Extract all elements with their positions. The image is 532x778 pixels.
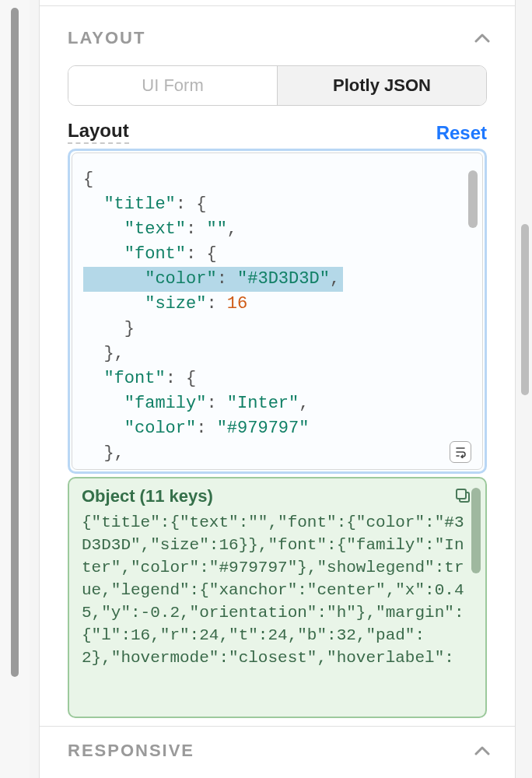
object-preview-body[interactable]: {"title":{"text":"","font":{"color":"#3D… — [82, 511, 473, 669]
chevron-up-icon[interactable] — [474, 745, 493, 756]
code-token: "family" — [124, 394, 207, 413]
layout-field-row: Layout Reset — [68, 120, 487, 144]
code-token: : { — [176, 194, 207, 214]
code-token: : — [206, 294, 226, 314]
code-token: , — [114, 443, 124, 463]
code-token: "color" — [124, 419, 196, 438]
code-token: "font" — [103, 369, 165, 388]
wrap-toggle-button[interactable] — [450, 441, 471, 463]
reset-button[interactable]: Reset — [436, 122, 487, 144]
code-token: : — [217, 269, 237, 289]
code-token: : — [186, 219, 206, 239]
code-token: "" — [206, 219, 226, 239]
object-preview-header: Object (11 keys) — [82, 486, 473, 506]
code-token: { — [83, 170, 93, 189]
code-token: "size" — [145, 294, 206, 314]
layout-section-title: LAYOUT — [68, 28, 145, 48]
right-scrollbar-track[interactable] — [518, 0, 532, 778]
code-token: : — [196, 419, 216, 438]
right-scrollbar-thumb[interactable] — [521, 224, 529, 395]
code-token: } — [124, 319, 135, 338]
code-token: : { — [186, 244, 217, 264]
chevron-up-icon[interactable] — [474, 33, 493, 44]
layout-field-label: Layout — [68, 120, 129, 144]
code-token: } — [103, 344, 114, 363]
json-scrollbar-thumb[interactable] — [468, 170, 478, 228]
tab-bar: UI Form Plotly JSON — [68, 65, 487, 106]
code-token: "Inter" — [227, 394, 299, 413]
object-preview-title: Object (11 keys) — [82, 486, 213, 506]
code-token: "title" — [103, 194, 175, 214]
json-editor-inner[interactable]: { "title": { "text": "", "font": { "colo… — [72, 152, 483, 470]
code-token: "text" — [124, 219, 186, 239]
previous-card-edge — [40, 0, 515, 6]
code-token: , — [227, 219, 237, 239]
object-preview: Object (11 keys) {"title":{"text":"","fo… — [68, 477, 487, 718]
responsive-section-title: RESPONSIVE — [68, 741, 194, 761]
responsive-section-header[interactable]: RESPONSIVE — [40, 727, 515, 772]
left-scrollbar-thumb[interactable] — [11, 8, 19, 677]
tab-ui-form[interactable]: UI Form — [68, 66, 277, 105]
code-token: : { — [166, 369, 197, 388]
highlighted-line: "color": "#3D3D3D", — [83, 267, 343, 292]
code-token: } — [103, 443, 114, 463]
code-token: "#979797" — [217, 419, 310, 438]
code-token: , — [330, 269, 340, 289]
left-scrollbar-track[interactable] — [0, 0, 30, 778]
preview-scrollbar-thumb[interactable] — [471, 488, 481, 573]
json-code[interactable]: { "title": { "text": "", "font": { "colo… — [72, 153, 482, 466]
json-editor[interactable]: { "title": { "text": "", "font": { "colo… — [68, 149, 487, 474]
layout-section-header[interactable]: LAYOUT — [40, 14, 515, 59]
code-token: : — [206, 394, 226, 413]
code-token: 16 — [227, 294, 247, 314]
svg-rect-1 — [457, 489, 466, 499]
tab-plotly-json[interactable]: Plotly JSON — [277, 66, 486, 105]
responsive-section: RESPONSIVE — [40, 726, 515, 772]
code-token: "font" — [124, 244, 186, 264]
settings-panel: LAYOUT UI Form Plotly JSON Layout Reset … — [39, 0, 516, 778]
code-token: "#3D3D3D" — [237, 269, 330, 289]
copy-icon[interactable] — [454, 487, 473, 506]
code-token: , — [299, 394, 309, 413]
code-token: , — [114, 344, 124, 363]
code-token: "color" — [145, 269, 216, 289]
